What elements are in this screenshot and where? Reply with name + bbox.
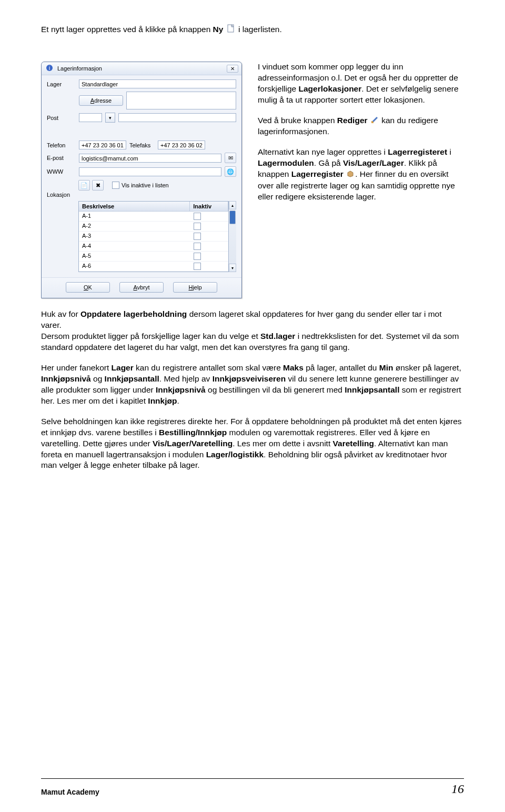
new-icon: 📄 — [80, 182, 88, 189]
mail-icon: ✉ — [228, 155, 233, 162]
svg-line-4 — [373, 117, 377, 122]
input-post-code[interactable] — [79, 113, 102, 122]
www-button[interactable]: 🌐 — [225, 166, 236, 177]
row-checkbox[interactable] — [194, 253, 201, 260]
right-description: I vinduet som kommer opp legger du inn a… — [258, 62, 464, 212]
body-p1: Huk av for Oppdatere lagerbeholdning der… — [41, 309, 464, 353]
adresse-button[interactable]: Adresse — [79, 95, 123, 106]
list-item[interactable]: A-5 — [79, 252, 190, 261]
new-page-icon — [227, 24, 235, 36]
svg-marker-5 — [348, 171, 353, 177]
vis-inactive-label: Vis inaktive i listen — [122, 182, 169, 188]
svg-text:i: i — [49, 65, 50, 71]
body-p4: Selve beholdningen kan ikke registreres … — [41, 416, 464, 472]
page-footer: Mamut Academy 16 — [41, 778, 464, 796]
list-delete-button[interactable]: ✖ — [92, 180, 104, 191]
body-p3: Her under fanekort Lager kan du registre… — [41, 363, 464, 407]
label-epost: E-post — [47, 155, 76, 161]
label-telefon: Telefon — [47, 142, 76, 148]
post-dropdown-button[interactable]: ▾ — [105, 113, 115, 123]
epost-button[interactable]: ✉ — [225, 153, 236, 163]
list-item[interactable]: A-3 — [79, 232, 190, 241]
intro-ny-bold: Ny — [213, 25, 224, 34]
label-post: Post — [47, 115, 76, 121]
edit-icon — [371, 116, 378, 127]
close-icon: ✕ — [230, 66, 235, 72]
delete-icon: ✖ — [96, 182, 100, 189]
input-adresse[interactable] — [126, 92, 236, 109]
list-item[interactable]: A-2 — [79, 222, 190, 231]
label-www: WWW — [47, 168, 76, 175]
label-lager: Lager — [47, 81, 76, 87]
dialog-title: Lagerinformasjon — [57, 65, 102, 72]
lagerinformasjon-dialog: i Lagerinformasjon ✕ Lager Standardlager… — [41, 62, 242, 298]
cancel-button[interactable]: Avbryt — [119, 282, 164, 293]
help-button[interactable]: Hjelp — [173, 282, 217, 293]
input-telefaks[interactable]: +47 23 20 36 02 — [158, 141, 205, 149]
intro-a: Et nytt lager opprettes ved å klikke på … — [41, 25, 213, 34]
row-checkbox[interactable] — [194, 233, 201, 240]
input-telefon[interactable]: +47 23 20 36 01 — [79, 141, 126, 149]
list-col-beskrivelse: Beskrivelse — [79, 202, 190, 211]
lokasjon-list: Beskrivelse Inaktiv A-1 A-2 A-3 A-4 A-5 … — [78, 201, 229, 272]
input-www[interactable] — [79, 167, 221, 176]
chevron-down-icon: ▾ — [231, 266, 234, 270]
row-checkbox[interactable] — [194, 223, 201, 230]
app-icon: i — [46, 64, 53, 73]
row-checkbox[interactable] — [194, 263, 201, 270]
row-checkbox[interactable] — [194, 213, 201, 220]
list-col-inaktiv: Inaktiv — [190, 202, 228, 211]
intro-paragraph: Et nytt lager opprettes ved å klikke på … — [41, 24, 464, 36]
chevron-down-icon: ▾ — [109, 115, 112, 121]
input-lager[interactable]: Standardlager — [79, 79, 236, 88]
chevron-up-icon: ▴ — [231, 203, 234, 208]
row-checkbox[interactable] — [194, 243, 201, 250]
list-scrollbar[interactable]: ▴ ▾ — [229, 201, 236, 272]
label-lokasjon: Lokasjon — [47, 192, 76, 198]
scroll-up-button[interactable]: ▴ — [229, 201, 236, 209]
scroll-thumb[interactable] — [229, 210, 236, 224]
input-post-city[interactable] — [118, 113, 236, 122]
list-item[interactable]: A-6 — [79, 262, 190, 271]
input-epost[interactable]: logistics@mamut.com — [79, 154, 221, 163]
ok-button[interactable]: OK — [66, 282, 110, 293]
dialog-titlebar: i Lagerinformasjon ✕ — [42, 62, 241, 75]
footer-page-number: 16 — [451, 782, 464, 796]
scroll-down-button[interactable]: ▾ — [229, 264, 236, 272]
list-new-button[interactable]: 📄 — [78, 180, 90, 191]
dialog-close-button[interactable]: ✕ — [227, 65, 238, 73]
footer-left: Mamut Academy — [41, 788, 99, 796]
label-telefaks: Telefaks — [129, 142, 155, 148]
vis-inactive-checkbox[interactable] — [112, 182, 119, 189]
intro-b: i lagerlisten. — [238, 25, 282, 34]
list-item[interactable]: A-1 — [79, 212, 190, 221]
box-icon — [347, 169, 354, 181]
list-item[interactable]: A-4 — [79, 242, 190, 251]
globe-icon: 🌐 — [227, 168, 234, 175]
adresse-btn-rest: dresse — [94, 97, 112, 104]
